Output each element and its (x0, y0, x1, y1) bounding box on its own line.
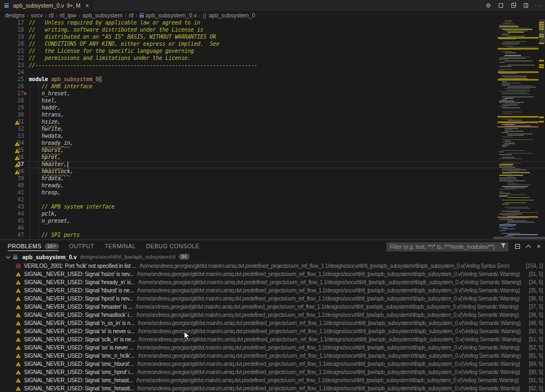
code-line-36[interactable]: 36 hprot, (0, 154, 545, 161)
code-line-18[interactable]: 18// writing, software distributed under… (0, 27, 545, 34)
problem-row[interactable]: SIGNAL_NEVER_USED: Signal 'smc_n_hclk'..… (0, 352, 545, 360)
problem-row[interactable]: SIGNAL_NEVER_USED: Signal 'hsize' is nev… (0, 270, 545, 278)
problem-file-path: /home/andreea.georgian/git/dvt.main/ro.a… (136, 377, 526, 383)
code-line-41[interactable]: 41 hresp, (0, 189, 545, 197)
line-number: 43 (0, 204, 27, 211)
code-line-20[interactable]: 20// CONDITIONS OF ANY KIND, either expr… (0, 41, 545, 48)
more-actions-icon[interactable]: ··· (535, 2, 542, 9)
code-line-45[interactable]: 45 n_preset, (0, 218, 545, 225)
modified-marker-icon (25, 92, 27, 95)
problem-row[interactable]: SIGNAL_NEVER_USED: Signal 'hready_in' is… (0, 278, 545, 286)
breadcrumb-item-apb_subsystem_0[interactable]: {} apb_subsystem_0 (203, 12, 255, 19)
code-line-28[interactable]: 28 hsel, (0, 97, 545, 105)
settings-icon[interactable]: ⚙ (485, 2, 492, 9)
editor-actions: ⚙··· (485, 0, 542, 11)
code-line-38[interactable]: 38 hmastlock, (0, 168, 545, 175)
problem-location: [91, 5] (529, 377, 545, 383)
problem-row[interactable]: SIGNAL_NEVER_USED: Signal 'so' is never … (0, 344, 545, 352)
open-changes-icon[interactable] (510, 2, 517, 9)
problem-row[interactable]: SIGNAL_NEVER_USED: Signal 'smc_hmast.../… (0, 376, 545, 384)
breadcrumb-item-designs[interactable]: designs (5, 12, 25, 19)
code-line-37[interactable]: 37 hmaster, (0, 161, 545, 168)
panel-tab-output[interactable]: OUTPUT (69, 240, 94, 252)
code-line-40[interactable]: 40 hready, (0, 182, 545, 189)
code-line-25[interactable]: 25module apb_subsystem_0( (0, 76, 545, 83)
code-line-39[interactable]: 39 hrdata, (0, 175, 545, 182)
code-line-29[interactable]: 29 haddr, (0, 105, 545, 112)
problem-row[interactable]: SIGNAL_NEVER_USED: Signal 'smc_hprot' i.… (0, 368, 545, 376)
close-icon[interactable]: × (86, 3, 89, 8)
line-number: 36 (0, 154, 27, 161)
code-line-17[interactable]: 17// Unless required by applicable law o… (0, 20, 545, 27)
code-line-33[interactable]: 33 hwdata, (0, 133, 545, 140)
verilog-file-icon (140, 13, 144, 17)
problem-row[interactable]: SIGNAL_NEVER_USED: Signal 'hmastlock' i.… (0, 311, 545, 319)
problem-row[interactable]: SIGNAL_NEVER_USED: Signal 'hprot' is nev… (0, 295, 545, 303)
problem-row[interactable]: SIGNAL_NEVER_USED: Signal 'n_ss_in' is n… (0, 319, 545, 327)
code-editor[interactable]: 17// Unless required by applicable law o… (0, 20, 545, 240)
breadcrumb-item-rtl_lpw[interactable]: rtl_lpw (60, 12, 76, 19)
warning-icon (16, 297, 21, 301)
code-text: hready_in, (29, 140, 74, 147)
warning-icon (15, 120, 20, 125)
panel-tab-terminal[interactable]: TERMINAL (105, 240, 136, 252)
line-number: 32 (0, 126, 27, 133)
problems-file-group[interactable]: apb_subsystem_0.v designs/socv/rtl/rtl_l… (0, 252, 545, 261)
breadcrumb-item-apb_subsystem_0.v[interactable]: apb_subsystem_0.v (140, 12, 196, 19)
problem-row[interactable]: SIGNAL_NEVER_USED: Signal 'si' is never … (0, 327, 545, 335)
warning-icon (16, 280, 21, 285)
code-line-21[interactable]: 21// the License for the specific langua… (0, 48, 545, 55)
problem-row[interactable]: SIGNAL_NEVER_USED: Signal 'hmaster' is .… (0, 303, 545, 311)
breadcrumb-item-rtl[interactable]: rtl (129, 12, 134, 19)
code-line-34[interactable]: 34 hready_in, (0, 140, 545, 147)
code-line-42[interactable]: 42 (0, 197, 545, 204)
code-line-46[interactable]: 46 (0, 225, 545, 232)
problem-count-badge: 94 (179, 254, 189, 260)
code-line-32[interactable]: 32 hwrite, (0, 126, 545, 133)
code-line-44[interactable]: 44 pclk, (0, 211, 545, 218)
bottom-panel: PROBLEMS1K+OUTPUTTERMINALDEBUG CONSOLE ×… (0, 240, 545, 392)
breadcrumb-item-socv[interactable]: socv (31, 12, 43, 19)
problem-row[interactable]: SIGNAL_NEVER_USED: Signal 'smc_hmastl...… (0, 384, 545, 392)
code-line-47[interactable]: 47 // SPI ports (0, 232, 545, 239)
line-number: 18 (0, 27, 27, 34)
panel-tab-label: PROBLEMS (8, 243, 41, 249)
collapse-all-icon[interactable] (515, 244, 520, 249)
problems-list: VERILOG_2001: Port 'hclk' not specified … (0, 262, 545, 392)
code-line-24[interactable]: 24 (0, 69, 545, 76)
panel-controls: × (386, 241, 541, 252)
problem-file-path: /home/andreea.georgian/git/dvt.main/ro.a… (140, 263, 523, 269)
breadcrumb-item-apb_subsystem[interactable]: apb_subsystem (82, 12, 123, 19)
problem-row[interactable]: SIGNAL_NEVER_USED: Signal 'smc_hburst'..… (0, 360, 545, 368)
code-line-27[interactable]: 27 n_hreset, (0, 90, 545, 97)
code-text: hburst, (29, 147, 64, 154)
line-number: 30 (0, 112, 27, 119)
code-text: module apb_subsystem_0( (29, 76, 102, 83)
maximize-panel-icon[interactable] (526, 244, 531, 250)
panel-tab-problems[interactable]: PROBLEMS1K+ (8, 240, 59, 252)
close-panel-icon[interactable]: × (537, 244, 541, 249)
code-line-31[interactable]: 31 hsize, (0, 119, 545, 126)
code-line-26[interactable]: 26 // AHB interface (0, 83, 545, 90)
code-line-30[interactable]: 30 htrans, (0, 112, 545, 119)
warning-icon (15, 163, 20, 167)
panel-tab-debug-console[interactable]: DEBUG CONSOLE (146, 240, 199, 252)
code-text: hready, (29, 182, 64, 189)
code-line-35[interactable]: 35 hburst, (0, 147, 545, 154)
code-line-22[interactable]: 22// permissions and limitations under t… (0, 55, 545, 62)
problem-row[interactable]: SIGNAL_NEVER_USED: Signal 'sclk_in' is n… (0, 335, 545, 344)
restore-layout-icon[interactable] (498, 2, 504, 9)
filter-input[interactable] (386, 242, 508, 252)
code-line-19[interactable]: 19// distributed on an "AS IS" BASIS, WI… (0, 34, 545, 41)
problem-file-path: /home/andreea.georgian/git/dvt.main/ro.a… (137, 361, 525, 367)
code-text: // CONDITIONS OF ANY KIND, either expres… (29, 41, 219, 48)
problem-location: [31, 5] (529, 271, 545, 277)
code-line-43[interactable]: 43 // APB system interface (0, 204, 545, 211)
split-editor-icon[interactable] (523, 2, 529, 9)
tab-apb-subsystem-0[interactable]: apb_subsystem_0.v 9+, M × (0, 0, 93, 11)
line-number: 42 (0, 197, 27, 204)
code-line-23[interactable]: 23//------------------------------------… (0, 62, 545, 69)
breadcrumb-item-rtl[interactable]: rtl (49, 12, 53, 19)
problem-row[interactable]: SIGNAL_NEVER_USED: Signal 'hburst' is ne… (0, 286, 545, 295)
problem-row[interactable]: VERILOG_2001: Port 'hclk' not specified … (0, 262, 545, 270)
